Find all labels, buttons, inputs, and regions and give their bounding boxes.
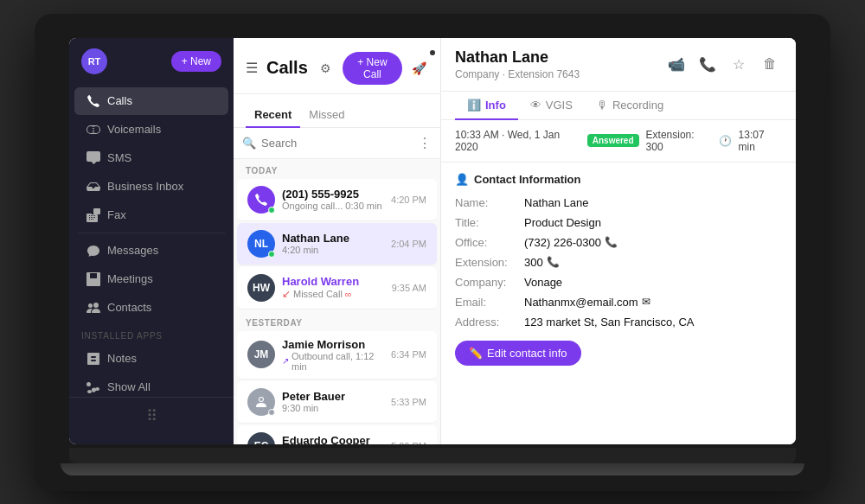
sidebar-item-contacts[interactable]: Contacts — [74, 294, 228, 322]
call-name: (201) 555-9925 — [282, 188, 384, 201]
extension-label: Extension: — [455, 256, 524, 269]
laptop-chin — [69, 448, 796, 463]
sidebar-item-fax[interactable]: Fax — [74, 201, 228, 229]
section-header: 👤 Contact Information — [455, 173, 782, 186]
tab-recent[interactable]: Recent — [246, 103, 300, 128]
email-value: Nathanmx@email.com ✉ — [524, 296, 782, 309]
address-value: 123 market St, San Francisco, CA — [524, 316, 782, 329]
meetings-icon — [86, 272, 100, 286]
sms-icon — [86, 151, 100, 165]
call-avatar: NL — [247, 230, 275, 258]
detail-header: Nathan Lane Company · Extension 7643 📹 📞… — [441, 38, 796, 92]
tab-missed[interactable]: Missed — [300, 103, 353, 128]
calls-header: ☰ Calls ⚙ + New Call 🚀 — [234, 38, 440, 94]
search-icon: 🔍 — [242, 137, 256, 150]
phone-button[interactable]: 📞 — [695, 52, 720, 76]
sidebar-item-voicemails[interactable]: Voicemails — [74, 116, 228, 144]
missed-call-icon: ↙ — [282, 288, 291, 300]
detail-tab-vgis[interactable]: 👁 VGIS — [518, 92, 585, 120]
contact-meta: Company · Extension 7643 — [455, 68, 664, 80]
call-item-ongoing[interactable]: (201) 555-9925 Ongoing call... 0:30 min … — [237, 179, 437, 221]
calls-panel: ☰ Calls ⚙ + New Call 🚀 Recent Missed 🔍 ⋮ — [234, 38, 441, 444]
calls-title: Calls — [266, 58, 308, 78]
sidebar-item-sms[interactable]: SMS — [74, 144, 228, 172]
sidebar-item-messages[interactable]: Messages — [74, 237, 228, 265]
sidebar-item-show-all[interactable]: Show All — [74, 373, 228, 397]
address-label: Address: — [455, 316, 524, 329]
edit-icon: ✏️ — [469, 347, 483, 360]
delete-button[interactable]: 🗑 — [758, 52, 782, 76]
office-value: (732) 226-0300 📞 — [524, 236, 782, 249]
detail-tabs: ℹ️ Info 👁 VGIS 🎙 Recording — [441, 92, 796, 120]
more-options-icon[interactable]: ⋮ — [418, 135, 432, 151]
call-info: (201) 555-9925 Ongoing call... 0:30 min — [282, 188, 384, 211]
call-item-jamie[interactable]: JM Jamie Morrison ↗ Outbound call, 1:12 … — [237, 331, 437, 380]
info-icon: ℹ️ — [467, 99, 481, 112]
name-label: Name: — [455, 196, 524, 209]
call-info: Harold Warren ↙ Missed Call ∞ — [282, 275, 385, 300]
call-duration: 13:07 min — [739, 129, 782, 153]
sidebar-nav: Calls Voicemails SMS Business Inbox Fax — [69, 86, 234, 397]
call-sub: ↙ Missed Call ∞ — [282, 288, 385, 300]
name-value: Nathan Lane — [524, 196, 782, 209]
call-name: Peter Bauer — [282, 390, 384, 403]
call-sub: ↗ Outbound call, 1:12 min — [282, 351, 384, 372]
contact-name: Nathan Lane — [455, 48, 664, 67]
search-input[interactable] — [261, 137, 413, 150]
hamburger-icon[interactable]: ☰ — [246, 60, 258, 76]
extension-info: Extension: 300 — [646, 129, 712, 153]
call-name: Jamie Morrison — [282, 338, 384, 351]
star-button[interactable]: ☆ — [727, 52, 751, 76]
rocket-icon-button[interactable]: 🚀 — [409, 56, 428, 80]
call-time: 2:04 PM — [391, 239, 426, 249]
call-item-nathan[interactable]: NL Nathan Lane 4:20 min 2:04 PM — [237, 223, 437, 265]
detail-panel: Nathan Lane Company · Extension 7643 📹 📞… — [441, 38, 796, 444]
sidebar-item-meetings[interactable]: Meetings — [74, 265, 228, 293]
voicemail-icon: ∞ — [345, 289, 352, 299]
call-timestamp: 10:33 AM · Wed, 1 Jan 2020 — [455, 129, 580, 153]
new-call-button[interactable]: + New Call — [343, 52, 403, 85]
inbox-icon — [86, 180, 100, 194]
sidebar-item-business-inbox[interactable]: Business Inbox — [74, 173, 228, 201]
new-button[interactable]: + New — [171, 51, 221, 72]
voicemail-icon — [86, 123, 100, 137]
sidebar-bottom: ⠿ — [69, 397, 234, 434]
sidebar-item-notes[interactable]: Notes — [74, 345, 228, 373]
call-item-harold[interactable]: HW Harold Warren ↙ Missed Call ∞ 9:35 AM — [237, 267, 437, 309]
calls-list: TODAY (201) 555-9925 Ongoing call... 0:3… — [234, 159, 440, 444]
call-item-eduardo[interactable]: EC Eduardo Cooper 0:30 min 5:06 PM — [237, 425, 437, 444]
outbound-icon: ↗ — [282, 356, 289, 366]
calls-settings-button[interactable]: ⚙ — [317, 56, 336, 80]
edit-contact-button[interactable]: ✏️ Edit contact info — [455, 341, 581, 366]
extension-value: 300 📞 — [524, 256, 782, 269]
video-call-button[interactable]: 📹 — [664, 52, 689, 76]
call-avatar: HW — [247, 274, 275, 302]
contact-detail-section: 👤 Contact Information Name: Nathan Lane … — [441, 163, 796, 444]
detail-tab-recording[interactable]: 🎙 Recording — [585, 92, 676, 120]
grid-icon: ⠿ — [146, 406, 157, 425]
call-name: Harold Warren — [282, 275, 385, 288]
contact-info-grid: Name: Nathan Lane Title: Product Design … — [455, 196, 782, 329]
ext-phone-icon[interactable]: 📞 — [547, 256, 560, 268]
call-time: 5:33 PM — [391, 397, 426, 407]
sidebar-header: RT + New — [69, 48, 234, 86]
call-item-peter[interactable]: Peter Bauer 9:30 min 5:33 PM — [237, 381, 437, 424]
call-info: Peter Bauer 9:30 min — [282, 390, 384, 413]
sidebar-item-calls[interactable]: Calls — [74, 87, 228, 115]
recording-icon: 🎙 — [597, 99, 608, 112]
fax-icon — [86, 208, 100, 222]
contacts-icon — [86, 301, 100, 315]
phone-icon — [86, 94, 100, 108]
call-record-row: 10:33 AM · Wed, 1 Jan 2020 Answered Exte… — [441, 120, 796, 163]
title-value: Product Design — [524, 216, 782, 229]
office-phone-icon[interactable]: 📞 — [605, 236, 618, 248]
show-all-icon — [86, 380, 100, 394]
call-sub: Ongoing call... 0:30 min — [282, 201, 384, 211]
date-today: TODAY — [234, 159, 440, 179]
detail-actions: 📹 📞 ☆ 🗑 — [664, 52, 782, 76]
detail-tab-info[interactable]: ℹ️ Info — [455, 92, 518, 120]
title-label: Title: — [455, 216, 524, 229]
office-label: Office: — [455, 236, 524, 249]
email-icon[interactable]: ✉ — [642, 296, 650, 308]
date-yesterday: YESTERDAY — [234, 311, 440, 331]
